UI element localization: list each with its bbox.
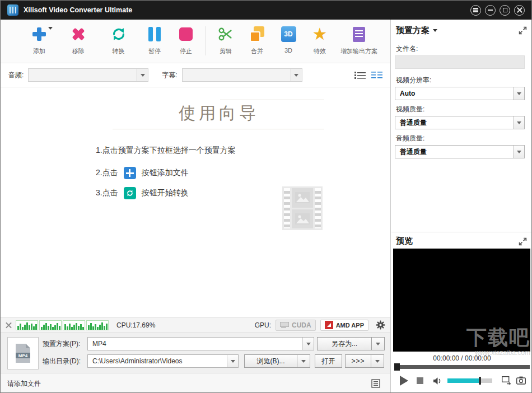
seek-handle[interactable] xyxy=(394,363,400,371)
scissors-icon xyxy=(217,25,234,43)
volume-icon[interactable] xyxy=(433,377,442,385)
format-badge-text: MP4 xyxy=(18,353,28,358)
settings-gear-icon[interactable] xyxy=(375,320,386,330)
close-button[interactable] xyxy=(514,5,525,16)
volume-slider[interactable] xyxy=(447,378,492,383)
titlebar: Xilisoft Video Converter Ultimate xyxy=(1,1,531,20)
wizard-rule-bottom xyxy=(113,129,324,129)
resolution-dropdown[interactable]: Auto xyxy=(395,87,525,100)
minimize-icon xyxy=(488,10,493,11)
monitor-close-icon[interactable] xyxy=(5,321,12,329)
video-quality-dropdown[interactable]: 普通质量 xyxy=(395,116,525,129)
add-profile-button[interactable]: 增加输出方案 xyxy=(335,25,382,55)
wizard-step-3-suffix: 按钮开始转换 xyxy=(142,188,189,198)
amd-icon xyxy=(325,321,333,329)
profile-page-icon xyxy=(353,27,365,42)
filename-label: 文件名: xyxy=(396,44,418,54)
effects-button[interactable]: ★ 特效 xyxy=(304,25,335,55)
wizard-area: 使用向导 1.点击预置方案下拉框选择一个预置方案 2.点击 按钮添加文件 3.点… xyxy=(1,87,390,317)
status-footer: 请添加文件 xyxy=(1,373,390,393)
open-folder-button[interactable]: 打开 xyxy=(315,354,342,368)
toolbar-separator xyxy=(205,26,206,55)
panel-divider xyxy=(391,232,532,232)
preset-panel-header[interactable]: 预置方案 xyxy=(396,25,437,36)
detail-view-icon[interactable] xyxy=(371,71,382,79)
save-as-label: 另存为... xyxy=(332,339,357,349)
open-label: 打开 xyxy=(322,357,335,366)
maximize-button[interactable] xyxy=(500,5,510,16)
subtitle-dropdown[interactable] xyxy=(182,68,302,82)
convert-button[interactable]: 转换 xyxy=(98,25,139,55)
pause-icon xyxy=(148,27,161,41)
film-frame xyxy=(292,188,313,208)
wizard-step-1-text: 1.点击预置方案下拉框选择一个预置方案 xyxy=(96,146,236,156)
window-title: Xilisoft Video Converter Ultimate xyxy=(24,6,132,14)
snapshot-camera-icon[interactable] xyxy=(516,376,526,385)
convert-label: 转换 xyxy=(113,47,125,55)
subtitle-label: 字幕: xyxy=(162,71,177,80)
amd-app-toggle[interactable]: AMD APP xyxy=(320,320,368,331)
output-preset-dropdown[interactable]: MP4 xyxy=(87,337,314,350)
add-dropdown-caret-icon[interactable] xyxy=(48,27,53,30)
grab-frame-icon[interactable] xyxy=(502,376,511,385)
preview-expand-icon[interactable] xyxy=(519,237,527,246)
clip-button[interactable]: 剪辑 xyxy=(210,25,241,55)
3d-button[interactable]: 3D 3D xyxy=(273,25,304,54)
save-as-button[interactable]: 另存为... xyxy=(317,337,372,350)
video-quality-label: 视频质量: xyxy=(396,105,424,114)
convert-icon xyxy=(110,25,127,43)
resolution-label: 视频分辨率: xyxy=(396,76,431,85)
system-monitor-bar: CPU:17.69% GPU: CUDA AMD APP xyxy=(1,317,390,333)
mini-add-icon xyxy=(124,167,136,179)
volume-handle[interactable] xyxy=(479,377,481,385)
browse-button[interactable]: 浏览(B)... xyxy=(244,354,297,368)
output-dir-dropdown[interactable]: C:\Users\Administrator\Videos xyxy=(87,354,239,368)
more-actions-button[interactable]: >>> xyxy=(345,354,371,368)
add-files-button[interactable]: 添加 xyxy=(20,25,59,55)
window-controls xyxy=(470,5,525,16)
output-dir-value: C:\Users\Administrator\Videos xyxy=(92,357,183,365)
menu-button[interactable] xyxy=(470,5,481,16)
preview-stop-button[interactable] xyxy=(417,377,423,384)
right-panel: 预置方案 文件名: 视频分辨率: Auto 视频质量: 普通质量 音频质量: 普… xyxy=(391,20,532,393)
pause-button[interactable]: 暂停 xyxy=(139,25,170,55)
status-message: 请添加文件 xyxy=(7,379,41,389)
wizard-step-1: 1.点击预置方案下拉框选择一个预置方案 xyxy=(96,146,236,156)
audio-track-dropdown[interactable] xyxy=(28,68,148,82)
log-panel-icon[interactable] xyxy=(371,379,380,388)
clip-label: 剪辑 xyxy=(220,47,232,55)
main-column: 添加 移除 转换 暂停 停止 xyxy=(1,20,391,393)
output-settings-panel: MP4 预置方案(P): MP4 另存为... 输出目录(D): C:\User… xyxy=(1,333,390,373)
wizard-step-2-suffix: 按钮添加文件 xyxy=(142,168,189,178)
filename-input[interactable] xyxy=(395,55,525,69)
usage-chart xyxy=(86,320,109,330)
stop-button[interactable]: 停止 xyxy=(170,25,202,55)
film-sprockets-right xyxy=(315,188,321,228)
video-quality-arrow-icon xyxy=(513,116,524,129)
cpu-usage: CPU:17.69% xyxy=(116,321,155,329)
preset-panel-title: 预置方案 xyxy=(396,25,430,36)
more-dropdown-arrow[interactable] xyxy=(371,354,384,368)
seek-bar[interactable] xyxy=(394,365,530,369)
film-frame xyxy=(292,209,313,229)
wizard-step-3-prefix: 3.点击 xyxy=(96,188,118,198)
audio-quality-dropdown[interactable]: 普通质量 xyxy=(395,145,525,158)
save-as-dropdown-arrow[interactable] xyxy=(372,337,385,350)
merge-button[interactable]: 合并 xyxy=(241,25,273,55)
audio-dropdown-arrow-icon xyxy=(137,69,148,81)
video-quality-value: 普通质量 xyxy=(400,118,427,128)
cuda-toggle[interactable]: CUDA xyxy=(276,320,316,331)
play-button[interactable] xyxy=(400,376,408,386)
browse-dropdown-arrow[interactable] xyxy=(297,354,310,368)
resolution-value: Auto xyxy=(400,90,415,97)
remove-button[interactable]: 移除 xyxy=(59,25,98,55)
list-view-icon[interactable] xyxy=(354,71,366,79)
usage-chart xyxy=(39,320,62,330)
mini-convert-icon xyxy=(124,187,136,199)
preset-expand-icon[interactable] xyxy=(519,26,527,35)
gpu-label: GPU: xyxy=(255,321,271,329)
merge-icon xyxy=(249,26,265,42)
menu-icon xyxy=(473,8,478,9)
usage-chart xyxy=(63,320,85,330)
minimize-button[interactable] xyxy=(485,5,496,16)
